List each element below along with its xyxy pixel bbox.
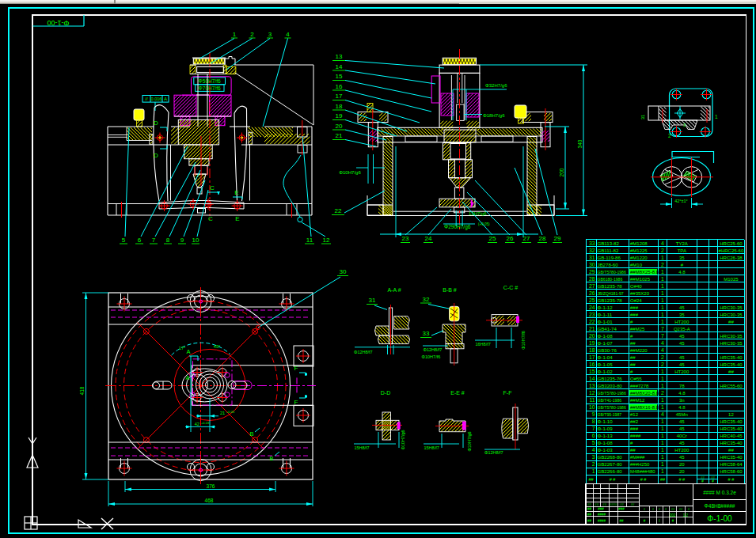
svg-text:20: 20 (336, 123, 343, 130)
svg-text:45: 45 (679, 341, 685, 346)
svg-text:27: 27 (589, 283, 595, 289)
svg-text:##: ## (679, 507, 683, 511)
svg-text:Φ10H7/f6: Φ10H7/f6 (422, 354, 441, 359)
svg-text:1: 1 (661, 419, 664, 424)
svg-text:5: 5 (592, 440, 595, 445)
svg-text:4: 4 (661, 340, 664, 346)
svg-text:##M220: ##M220 (630, 348, 648, 353)
svg-text:B-B #: B-B # (443, 287, 457, 293)
svg-text:2: 2 (661, 390, 664, 396)
svg-text:35: 35 (679, 256, 685, 260)
svg-text:1: 1 (661, 297, 664, 303)
svg-text:##M8X16-8.8: ##M8X16-8.8 (630, 405, 659, 410)
svg-text:#HRC25-60: #HRC25-60 (719, 248, 744, 253)
svg-text:24: 24 (425, 235, 432, 242)
svg-text:4: 4 (661, 241, 664, 246)
svg-text:26: 26 (507, 235, 514, 242)
svg-text:#12: #12 (630, 412, 639, 417)
svg-text:##: ## (660, 477, 666, 482)
svg-text:26: 26 (589, 290, 595, 296)
svg-text:3n: 3n (679, 398, 685, 403)
svg-text:29: 29 (554, 235, 561, 242)
svg-text:GB/T5780-1986: GB/T5780-1986 (598, 405, 626, 410)
svg-text:1: 1 (661, 468, 664, 474)
svg-text:8: 8 (592, 419, 595, 424)
svg-text:O#24: O#24 (630, 298, 642, 303)
svg-text:D: D (154, 152, 158, 159)
svg-text:1: 1 (661, 454, 664, 460)
svg-text:2: 2 (661, 248, 664, 253)
svg-text:# #: # # (610, 477, 617, 482)
svg-text:22: 22 (589, 319, 595, 324)
svg-text:35: 35 (679, 313, 685, 317)
svg-text:# #: # # (640, 477, 648, 482)
svg-text:F-F: F-F (503, 390, 512, 396)
svg-text:4.8: 4.8 (678, 405, 686, 410)
svg-text:C: C (208, 215, 213, 222)
svg-text:27: 27 (523, 235, 530, 242)
svg-text:####: #### (598, 519, 606, 523)
svg-text:3: 3 (268, 31, 272, 38)
svg-text:# #: # # (678, 477, 686, 482)
svg-text:12: 12 (323, 237, 330, 244)
svg-text:##: ## (701, 475, 705, 479)
svg-text:1: 1 (661, 440, 664, 445)
svg-text:HT200: HT200 (674, 448, 690, 453)
svg-text:21: 21 (220, 411, 225, 415)
svg-text:18: 18 (589, 347, 595, 353)
svg-text:E: E (235, 215, 239, 222)
svg-text:TPA: TPA (678, 248, 686, 253)
svg-text:HRC30-35: HRC30-35 (720, 341, 743, 346)
svg-text:GB/T5780-1986: GB/T5780-1986 (598, 391, 626, 396)
svg-text:A: A (164, 97, 167, 101)
svg-text:#M10: #M10 (630, 263, 643, 267)
svg-text:78: 78 (679, 384, 685, 388)
svg-text:2: 2 (661, 354, 664, 360)
svg-text:32: 32 (589, 248, 595, 253)
svg-text:5: 5 (122, 237, 126, 244)
svg-text:45: 45 (679, 305, 685, 310)
svg-text:6: 6 (138, 237, 142, 244)
svg-text:HRC30-35: HRC30-35 (720, 334, 743, 339)
svg-text:##: ## (728, 320, 734, 324)
svg-text:Φ10H7/g6: Φ10H7/g6 (401, 430, 405, 449)
svg-text:##M1025: ##M1025 (630, 277, 651, 282)
svg-text:Φ12H8/f7: Φ12H8/f7 (424, 347, 443, 352)
svg-text:15H8/f7: 15H8/f7 (424, 445, 439, 450)
svg-text:HT200: HT200 (674, 320, 690, 324)
svg-text:45°: 45° (214, 344, 220, 349)
svg-text:40Cr: 40Cr (677, 434, 687, 438)
svg-text:GB/T95-1987: GB/T95-1987 (598, 412, 622, 417)
svg-text:GB1235-76: GB1235-76 (598, 376, 623, 381)
svg-text:+0.03: +0.03 (201, 421, 210, 425)
svg-text:##: ## (587, 502, 591, 506)
svg-text:HRC30-35: HRC30-35 (720, 305, 743, 310)
svg-text:2: 2 (661, 362, 664, 367)
svg-text:C-C #: C-C # (503, 285, 518, 290)
svg-text:2: 2 (661, 262, 664, 267)
svg-text:HRC58-64: HRC58-64 (720, 462, 743, 467)
svg-text:Φ18H7/g6: Φ18H7/g6 (483, 113, 505, 118)
svg-text:HRC35-40: HRC35-40 (720, 362, 743, 367)
svg-text:17: 17 (589, 354, 595, 360)
svg-text:1: 1 (661, 404, 664, 410)
svg-text:Φ-1-02: Φ-1-02 (598, 369, 614, 374)
svg-text:3: 3 (683, 123, 686, 127)
svg-text:###: ### (630, 426, 639, 431)
svg-text:1: 1 (661, 290, 664, 296)
svg-text:##: ## (728, 369, 734, 374)
svg-text:##: ## (631, 502, 635, 506)
svg-text:HRC25-60: HRC25-60 (720, 241, 743, 246)
svg-text:HRC35-40: HRC35-40 (720, 455, 743, 460)
svg-text:45: 45 (679, 426, 685, 431)
svg-text:4: 4 (661, 347, 664, 353)
svg-text:#M1208: #M1208 (630, 241, 648, 246)
svg-text:GB2267-80: GB2267-80 (598, 461, 623, 467)
svg-text:1: 1 (233, 31, 237, 38)
svg-text:HRC26-38: HRC26-38 (720, 256, 743, 260)
svg-text:Φ12H8/f7: Φ12H8/f7 (484, 450, 503, 455)
svg-text:GB2266-80: GB2266-80 (598, 468, 623, 474)
svg-text:##: ## (588, 477, 594, 482)
svg-text:Φ-1-00: Φ-1-00 (707, 514, 732, 523)
svg-text:29: 29 (589, 269, 595, 275)
